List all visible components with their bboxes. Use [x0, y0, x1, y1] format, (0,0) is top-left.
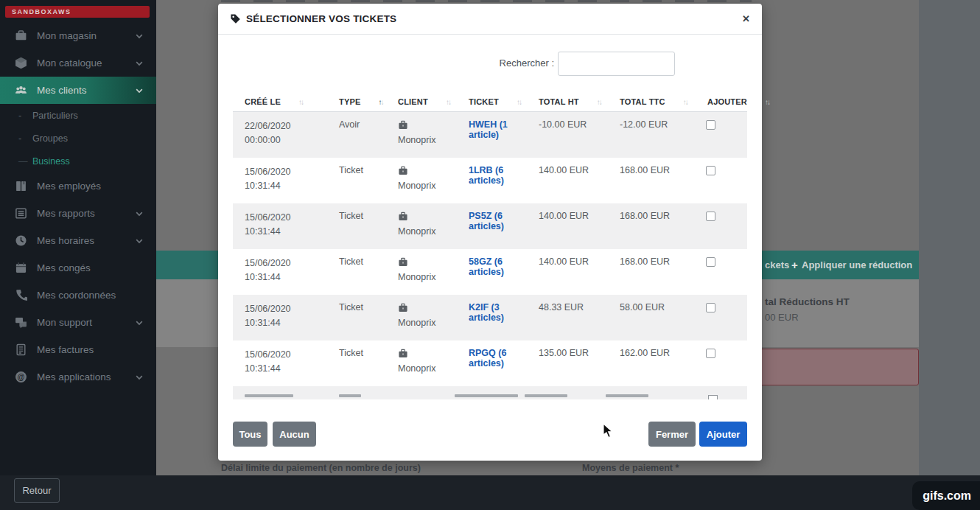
sidebar-item-mes-horaires[interactable]: Mes horaires — [0, 227, 156, 254]
action-bar-fragment: ckets — [765, 259, 789, 270]
svg-text:@: @ — [18, 373, 25, 381]
modal-title: SÉLECTIONNER VOS TICKETS — [230, 13, 396, 24]
column-header-ticket[interactable]: TICKET↑↓ — [457, 97, 527, 106]
sidebar-item-mes-applications[interactable]: @Mes applications — [0, 363, 156, 391]
table-row: 22/06/2020 00:00:00AvoirMonoprixHWEH (1 … — [233, 112, 747, 158]
sidebar-item-mes-clients[interactable]: Mes clients — [0, 77, 156, 104]
cell-ticket: RPGQ (6 articles) — [457, 348, 527, 368]
column-label: TICKET — [469, 97, 499, 106]
page-footer-bar: Retour — [0, 475, 980, 510]
cell-ticket: 1LRB (6 articles) — [457, 165, 527, 186]
column-header-total-ht[interactable]: TOTAL HT↑↓ — [527, 97, 608, 106]
table-header-row: CRÉÉ LE↑↓TYPE↑↓CLIENT↑↓TICKET↑↓TOTAL HT↑… — [233, 92, 747, 112]
search-input[interactable] — [558, 52, 675, 76]
table-row: 15/06/2020 10:31:44TicketMonoprixRPGQ (6… — [233, 340, 747, 386]
cell-created: 22/06/2020 00:00:00 — [233, 119, 327, 148]
cell-total-ht: 135.00 EUR — [527, 348, 608, 358]
sort-arrows-icon: ↑↓ — [683, 98, 687, 106]
sidebar-item-particuliers[interactable]: -Particuliers — [0, 104, 156, 127]
add-ticket-checkbox[interactable] — [706, 166, 715, 175]
back-button[interactable]: Retour — [14, 478, 60, 503]
clock-icon — [15, 234, 27, 247]
sidebar-item-label: Business — [32, 156, 70, 167]
calendar-icon — [15, 262, 27, 274]
select-all-button[interactable]: Tous — [233, 422, 267, 447]
column-label: CRÉÉ LE — [245, 97, 281, 106]
payment-methods-label: Moyens de paiement * — [582, 463, 679, 473]
column-header-client[interactable]: CLIENT↑↓ — [386, 97, 457, 106]
add-ticket-checkbox[interactable] — [706, 303, 715, 312]
totals-value-fragment: 00 EUR — [765, 312, 799, 323]
sidebar-item-mes-coordonnees[interactable]: Mes coordonnées — [0, 282, 156, 309]
ticket-link[interactable]: 1LRB (6 articles) — [469, 165, 504, 186]
select-none-button[interactable]: Aucun — [273, 422, 316, 447]
search-row: Rechercher : — [218, 52, 762, 76]
cell-total-ttc: 162.00 EUR — [608, 348, 696, 358]
store-icon — [15, 29, 27, 42]
sidebar-item-mes-conges[interactable]: Mes congés — [0, 254, 156, 282]
cell-type: Ticket — [327, 348, 386, 358]
client-name: Monoprix — [398, 133, 457, 147]
sidebar-nav: Mon magasinMon catalogueMes clients-Part… — [0, 22, 156, 391]
add-ticket-checkbox[interactable] — [706, 120, 715, 130]
ticket-link[interactable]: PS5Z (6 articles) — [469, 211, 504, 231]
client-name: Monoprix — [398, 225, 457, 239]
brand-banner: SANDBOXAWS — [5, 6, 150, 18]
chevron-down-icon — [136, 60, 143, 67]
cell-ticket: 58GZ (6 articles) — [457, 256, 527, 277]
gifs-watermark: gifs.com — [912, 481, 980, 510]
cell-type: Ticket — [327, 256, 386, 267]
table-row: 15/06/2020 10:31:44TicketMonoprix1LRB (6… — [233, 158, 747, 203]
apply-discount-label: Appliquer une réduction — [802, 259, 912, 270]
sidebar-item-label: Mes coordonnées — [37, 290, 116, 301]
report-icon — [15, 207, 27, 220]
add-ticket-checkbox[interactable] — [706, 349, 715, 358]
client-name: Monoprix — [398, 362, 457, 376]
briefcase-icon — [398, 349, 408, 359]
tag-icon — [230, 13, 241, 24]
at-icon: @ — [15, 371, 27, 383]
sidebar-item-label: Mes factures — [37, 344, 94, 355]
cell-total-ht: 140.00 EUR — [527, 165, 608, 175]
cell-total-ht: 140.00 EUR — [527, 211, 608, 221]
add-ticket-checkbox[interactable] — [706, 212, 715, 221]
cell-add — [696, 211, 747, 224]
sidebar-item-groupes[interactable]: -Groupes — [0, 127, 156, 150]
cell-add — [696, 256, 747, 270]
client-name: Monoprix — [398, 316, 457, 330]
column-header-type[interactable]: TYPE↑↓ — [327, 97, 386, 106]
add-ticket-checkbox[interactable] — [706, 257, 715, 267]
sort-arrows-icon: ↑↓ — [379, 98, 383, 106]
briefcase-icon — [398, 212, 408, 222]
column-header-cree-le[interactable]: CRÉÉ LE↑↓ — [233, 97, 327, 106]
chevron-down-icon — [136, 32, 143, 40]
column-header-total-ttc[interactable]: TOTAL TTC↑↓ — [608, 97, 696, 106]
sidebar-item-mes-factures[interactable]: Mes factures — [0, 336, 156, 363]
sidebar-item-label: Particuliers — [32, 111, 78, 121]
cell-type: Ticket — [327, 211, 386, 221]
column-label: TOTAL TTC — [620, 97, 665, 106]
column-label: CLIENT — [398, 97, 428, 106]
sidebar-item-mes-rapports[interactable]: Mes rapports — [0, 200, 156, 227]
sidebar-item-mon-magasin[interactable]: Mon magasin — [0, 22, 156, 49]
cell-ticket: HWEH (1 article) — [457, 119, 527, 140]
ticket-link[interactable]: HWEH (1 article) — [469, 119, 508, 140]
search-label: Rechercher : — [500, 57, 554, 69]
sidebar-item-business[interactable]: —Business — [0, 150, 156, 172]
close-icon[interactable]: ✕ — [742, 13, 750, 24]
add-button[interactable]: Ajouter — [699, 422, 747, 447]
cell-client: Monoprix — [386, 119, 457, 147]
cell-total-ttc: 168.00 EUR — [608, 256, 696, 267]
close-button[interactable]: Fermer — [648, 422, 696, 447]
ticket-link[interactable]: RPGQ (6 articles) — [469, 348, 506, 368]
ticket-link[interactable]: K2IF (3 articles) — [469, 302, 504, 323]
ticket-link[interactable]: 58GZ (6 articles) — [469, 256, 504, 277]
table-row: 15/06/2020 10:31:44TicketMonoprixK2IF (3… — [233, 295, 747, 340]
column-header-ajouter[interactable]: AJOUTER↑↓ — [696, 97, 747, 106]
chevron-down-icon — [136, 237, 143, 245]
sidebar-item-mon-support[interactable]: Mon support — [0, 309, 156, 336]
briefcase-icon — [398, 303, 408, 313]
cell-add — [696, 348, 747, 361]
sidebar-item-mes-employes[interactable]: Mes employés — [0, 172, 156, 200]
sidebar-item-mon-catalogue[interactable]: Mon catalogue — [0, 49, 156, 77]
